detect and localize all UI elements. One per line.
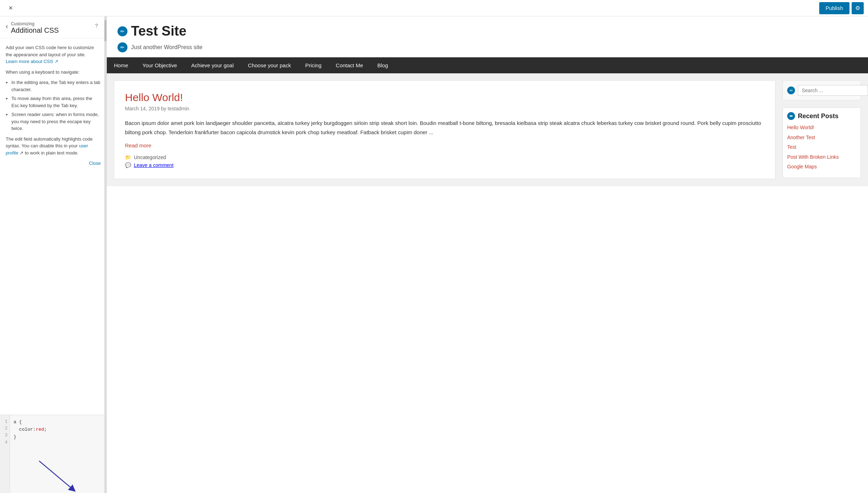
nav-item-choose-your-pack[interactable]: Choose your pack (241, 57, 298, 73)
keyboard-nav-title: When using a keyboard to navigate: (6, 69, 101, 76)
sidebar-scrollbar[interactable] (104, 16, 106, 493)
publish-button[interactable]: Publish (819, 2, 849, 14)
customizing-label: Customizing (11, 21, 92, 26)
search-input[interactable] (798, 85, 868, 96)
scroll-thumb (104, 20, 106, 41)
main-content: Hello World! March 14, 2019 by testadmin… (114, 80, 775, 179)
nav-bar: Home Your Objective Achieve your goal Ch… (107, 57, 868, 73)
search-widget: ✏ (783, 80, 861, 100)
nav-item-blog[interactable]: Blog (370, 57, 395, 73)
nav-item-contact-me[interactable]: Contact Me (329, 57, 370, 73)
site-tagline: Just another WordPress site (131, 44, 203, 51)
sidebar-widgets: ✏ ✏ Recent Posts Hello World! Another Te… (783, 80, 861, 179)
learn-more-link[interactable]: Learn more about CSS ↗ (6, 59, 58, 64)
site-tagline-edit-icon[interactable]: ✏ (117, 42, 127, 52)
help-icon: ? (95, 23, 98, 28)
settings-button[interactable]: ⚙ (852, 2, 864, 14)
preview-pane: ✏ Test Site ✏ Just another WordPress sit… (107, 16, 868, 493)
edit-field-note: The edit field automatically highlights … (6, 136, 101, 157)
recent-post-link[interactable]: Test (787, 144, 856, 151)
recent-posts-title: ✏ Recent Posts (787, 112, 856, 120)
post-category: Uncategorized (134, 154, 166, 160)
line-numbers: 1 2 3 4 (0, 415, 10, 493)
list-item: To move away from this area, press the E… (11, 95, 101, 109)
nav-item-achieve-your-goal[interactable]: Achieve your goal (184, 57, 241, 73)
category-icon: 📁 (125, 154, 131, 160)
post-footer: 📁 Uncategorized 💬 Leave a comment (125, 154, 764, 168)
gear-icon: ⚙ (855, 5, 860, 11)
recent-post-link[interactable]: Post With Broken Links (787, 154, 856, 161)
close-button[interactable]: × (4, 2, 17, 15)
keyboard-nav-list: In the editing area, the Tab key enters … (11, 79, 101, 132)
sidebar-back-button[interactable]: ‹ (6, 22, 11, 30)
close-icon: × (9, 4, 13, 12)
recent-post-link[interactable]: Another Test (787, 134, 856, 141)
post-body: Bacon ipsum dolor amet pork loin landjae… (125, 119, 764, 137)
nav-item-your-objective[interactable]: Your Objective (135, 57, 184, 73)
chevron-left-icon: ‹ (6, 22, 8, 30)
list-item: In the editing area, the Tab key enters … (11, 79, 101, 93)
recent-post-link[interactable]: Hello World! (787, 124, 856, 131)
site-title: Test Site (131, 23, 187, 39)
recent-posts-widget: ✏ Recent Posts Hello World! Another Test… (783, 107, 861, 178)
leave-comment-link[interactable]: Leave a comment (134, 162, 173, 168)
search-widget-edit-icon[interactable]: ✏ (787, 86, 795, 94)
nav-item-home[interactable]: Home (107, 57, 135, 73)
post-title: Hello World! (125, 91, 764, 104)
read-more-link[interactable]: Read more (125, 142, 151, 148)
code-editor-area[interactable]: a { color: red; } (10, 415, 106, 493)
description-text: Add your own CSS code here to customize … (6, 44, 101, 65)
list-item: Screen reader users: when in forms mode,… (11, 111, 101, 132)
nav-item-pricing[interactable]: Pricing (298, 57, 329, 73)
close-link[interactable]: Close (6, 160, 101, 167)
site-title-edit-icon[interactable]: ✏ (117, 26, 127, 36)
help-button[interactable]: ? (92, 21, 101, 30)
section-title: Additional CSS (11, 26, 92, 35)
post-meta: March 14, 2019 by testadmin (125, 106, 764, 111)
comment-icon: 💬 (125, 162, 131, 168)
recent-post-link[interactable]: Google Maps (787, 163, 856, 171)
recent-posts-edit-icon[interactable]: ✏ (787, 112, 795, 120)
